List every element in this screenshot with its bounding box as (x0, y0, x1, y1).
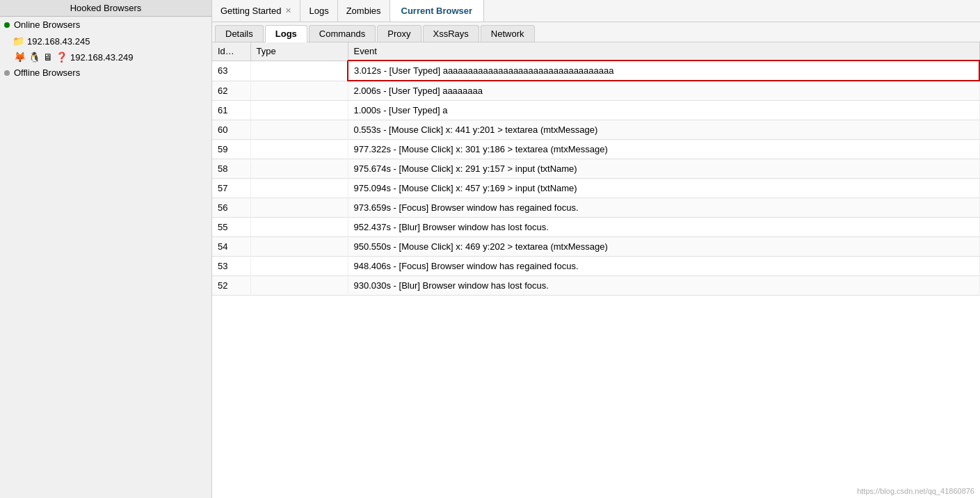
cell-event: 973.659s - [Focus] Browser window has re… (348, 198, 979, 218)
folder-icon: 📁 (13, 35, 24, 47)
offline-browsers-label: Offline Browsers (14, 67, 80, 78)
cell-type (250, 179, 348, 198)
table-row[interactable]: 59977.322s - [Mouse Click] x: 301 y:186 … (212, 140, 979, 159)
tab-current-browser[interactable]: Current Browser (390, 0, 485, 22)
sidebar-title: Hooked Browsers (0, 0, 211, 17)
cell-id: 59 (212, 140, 250, 159)
cell-type (250, 101, 348, 120)
table-row[interactable]: 622.006s - [User Typed] aaaaaaaa (212, 81, 979, 101)
tab-logs[interactable]: Logs (300, 0, 337, 22)
tab-getting-started-label: Getting Started (220, 6, 281, 16)
cell-event: 977.322s - [Mouse Click] x: 301 y:186 > … (348, 140, 979, 159)
cell-type (250, 198, 348, 218)
cell-id: 53 (212, 257, 250, 276)
cell-event: 1.000s - [User Typed] a (348, 101, 979, 120)
ip-group-label: 192.168.43.245 (27, 36, 90, 47)
tab-zombies[interactable]: Zombies (338, 0, 390, 22)
sec-tab-logs[interactable]: Logs (265, 25, 307, 42)
sec-tab-details[interactable]: Details (215, 25, 264, 42)
cell-type (250, 140, 348, 159)
tab-current-browser-label: Current Browser (401, 6, 473, 16)
sec-tab-commands-label: Commands (319, 29, 365, 39)
cell-id: 62 (212, 81, 250, 101)
cell-type (250, 159, 348, 179)
watermark: https://blog.csdn.net/qq_41860876 (857, 487, 974, 495)
logs-table-container: Id… Type Event 633.012s - [User Typed] a… (212, 42, 980, 498)
close-getting-started-icon[interactable]: ✕ (285, 6, 291, 15)
sec-tab-network-label: Network (491, 29, 524, 39)
help-icon: ❓ (56, 51, 67, 63)
cell-event: 930.030s - [Blur] Browser window has los… (348, 276, 979, 296)
table-row[interactable]: 633.012s - [User Typed] aaaaaaaaaaaaaaaa… (212, 61, 979, 81)
cell-event: 975.094s - [Mouse Click] x: 457 y:169 > … (348, 179, 979, 198)
table-row[interactable]: 54950.550s - [Mouse Click] x: 469 y:202 … (212, 237, 979, 257)
cell-event: 950.550s - [Mouse Click] x: 469 y:202 > … (348, 237, 979, 257)
table-row[interactable]: 56973.659s - [Focus] Browser window has … (212, 198, 979, 218)
top-tab-bar: Getting Started ✕ Logs Zombies Current B… (212, 0, 980, 22)
firefox-icon: 🦊 (14, 51, 26, 63)
cell-id: 54 (212, 237, 250, 257)
table-body: 633.012s - [User Typed] aaaaaaaaaaaaaaaa… (212, 61, 979, 296)
main-area: Getting Started ✕ Logs Zombies Current B… (212, 0, 980, 498)
ip-group[interactable]: 📁 192.168.43.245 (0, 33, 211, 49)
col-header-id: Id… (212, 42, 250, 61)
tab-getting-started[interactable]: Getting Started ✕ (212, 0, 300, 22)
sec-tab-xssrays[interactable]: XssRays (423, 25, 479, 42)
cell-id: 56 (212, 198, 250, 218)
offline-browsers-section: Offline Browsers (0, 65, 211, 81)
col-header-event: Event (348, 42, 979, 61)
online-browsers-label: Online Browsers (14, 19, 80, 30)
cell-type (250, 120, 348, 140)
browser-child[interactable]: 🦊 🐧 🖥 ❓ 192.168.43.249 (0, 49, 211, 65)
sec-tab-xssrays-label: XssRays (433, 29, 469, 39)
cell-event: 948.406s - [Focus] Browser window has re… (348, 257, 979, 276)
sec-tab-details-label: Details (225, 29, 253, 39)
cell-type (250, 61, 348, 81)
cell-id: 52 (212, 276, 250, 296)
cell-id: 55 (212, 218, 250, 237)
cell-type (250, 237, 348, 257)
tab-spacer (484, 0, 980, 22)
cell-id: 61 (212, 101, 250, 120)
online-indicator (4, 22, 10, 28)
table-row[interactable]: 52930.030s - [Blur] Browser window has l… (212, 276, 979, 296)
col-header-type: Type (250, 42, 348, 61)
secondary-tab-bar: Details Logs Commands Proxy XssRays Netw… (212, 22, 980, 42)
table-row[interactable]: 600.553s - [Mouse Click] x: 441 y:201 > … (212, 120, 979, 140)
table-row[interactable]: 58975.674s - [Mouse Click] x: 291 y:157 … (212, 159, 979, 179)
table-row[interactable]: 57975.094s - [Mouse Click] x: 457 y:169 … (212, 179, 979, 198)
child-ip-label: 192.168.43.249 (70, 52, 133, 63)
cell-event: 975.674s - [Mouse Click] x: 291 y:157 > … (348, 159, 979, 179)
sec-tab-commands[interactable]: Commands (309, 25, 376, 42)
cell-id: 58 (212, 159, 250, 179)
online-browsers-section: Online Browsers 📁 192.168.43.245 🦊 🐧 🖥 ❓… (0, 17, 211, 65)
sidebar: Hooked Browsers Online Browsers 📁 192.16… (0, 0, 212, 498)
cell-id: 63 (212, 61, 250, 81)
tab-zombies-label: Zombies (346, 6, 381, 16)
table-row[interactable]: 53948.406s - [Focus] Browser window has … (212, 257, 979, 276)
monitor-icon: 🖥 (43, 51, 53, 63)
cell-event: 0.553s - [Mouse Click] x: 441 y:201 > te… (348, 120, 979, 140)
table-row[interactable]: 55952.437s - [Blur] Browser window has l… (212, 218, 979, 237)
table-row[interactable]: 611.000s - [User Typed] a (212, 101, 979, 120)
cell-type (250, 81, 348, 101)
cell-id: 57 (212, 179, 250, 198)
cell-type (250, 218, 348, 237)
linux-icon: 🐧 (29, 51, 40, 63)
sec-tab-proxy-label: Proxy (387, 29, 410, 39)
offline-browsers-group[interactable]: Offline Browsers (0, 65, 211, 81)
table-header-row: Id… Type Event (212, 42, 979, 61)
cell-type (250, 257, 348, 276)
sec-tab-proxy[interactable]: Proxy (377, 25, 421, 42)
cell-id: 60 (212, 120, 250, 140)
cell-event: 952.437s - [Blur] Browser window has los… (348, 218, 979, 237)
offline-dot (4, 70, 10, 76)
sec-tab-network[interactable]: Network (481, 25, 535, 42)
cell-event: 3.012s - [User Typed] aaaaaaaaaaaaaaaaaa… (348, 61, 979, 81)
logs-table: Id… Type Event 633.012s - [User Typed] a… (212, 42, 980, 296)
sec-tab-logs-label: Logs (275, 29, 297, 39)
cell-event: 2.006s - [User Typed] aaaaaaaa (348, 81, 979, 101)
tab-logs-label: Logs (309, 6, 328, 16)
online-browsers-group[interactable]: Online Browsers (0, 17, 211, 33)
cell-type (250, 276, 348, 296)
